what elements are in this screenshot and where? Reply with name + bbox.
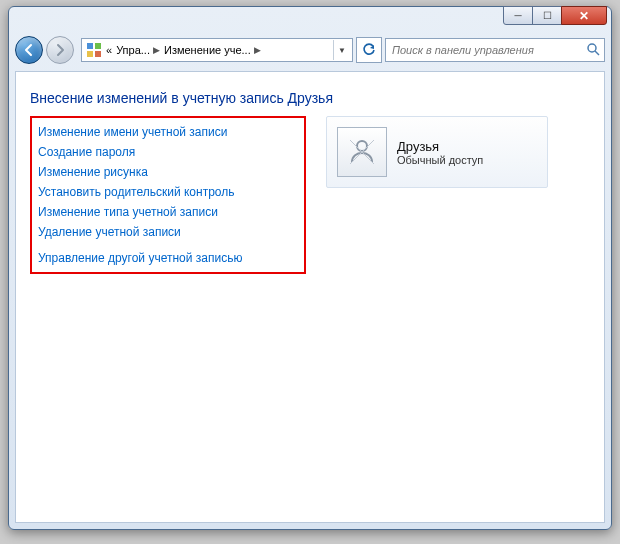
svg-point-6 bbox=[357, 141, 367, 151]
account-info: Друзья Обычный доступ bbox=[397, 139, 483, 166]
minimize-button[interactable]: ─ bbox=[503, 6, 533, 25]
arrow-right-icon bbox=[53, 43, 67, 57]
search-input[interactable] bbox=[390, 43, 586, 57]
close-button[interactable]: ✕ bbox=[561, 6, 607, 25]
link-change-picture[interactable]: Изменение рисунка bbox=[36, 162, 296, 182]
search-box[interactable] bbox=[385, 38, 605, 62]
address-bar[interactable]: « Упра... ▶ Изменение уче... ▶ ▼ bbox=[81, 38, 353, 62]
link-delete-account[interactable]: Удаление учетной записи bbox=[36, 222, 296, 242]
account-name: Друзья bbox=[397, 139, 483, 154]
link-manage-other-account[interactable]: Управление другой учетной записью bbox=[36, 248, 296, 268]
arrow-left-icon bbox=[22, 43, 36, 57]
svg-point-4 bbox=[588, 44, 596, 52]
address-dropdown-button[interactable]: ▼ bbox=[333, 40, 350, 60]
breadcrumb-item[interactable]: Упра... ▶ bbox=[116, 44, 160, 56]
content-area: Внесение изменений в учетную запись Друз… bbox=[15, 71, 605, 523]
breadcrumb-label: Изменение уче... bbox=[164, 44, 251, 56]
breadcrumb-label: Упра... bbox=[116, 44, 150, 56]
columns: Изменение имени учетной записи Создание … bbox=[16, 116, 604, 274]
account-card: Друзья Обычный доступ bbox=[326, 116, 548, 188]
window-controls: ─ ☐ ✕ bbox=[504, 6, 607, 25]
svg-rect-3 bbox=[95, 51, 101, 57]
chevron-right-icon: ▶ bbox=[254, 45, 261, 55]
titlebar: ─ ☐ ✕ bbox=[9, 7, 611, 35]
account-actions-list: Изменение имени учетной записи Создание … bbox=[30, 116, 306, 274]
link-change-type[interactable]: Изменение типа учетной записи bbox=[36, 202, 296, 222]
link-change-name[interactable]: Изменение имени учетной записи bbox=[36, 122, 296, 142]
svg-line-5 bbox=[595, 51, 599, 55]
breadcrumb-item[interactable]: Изменение уче... ▶ bbox=[164, 44, 261, 56]
link-parental-controls[interactable]: Установить родительский контроль bbox=[36, 182, 296, 202]
avatar bbox=[337, 127, 387, 177]
link-create-password[interactable]: Создание пароля bbox=[36, 142, 296, 162]
svg-rect-0 bbox=[87, 43, 93, 49]
navigation-row: « Упра... ▶ Изменение уче... ▶ ▼ bbox=[9, 35, 611, 69]
svg-rect-1 bbox=[95, 43, 101, 49]
search-icon[interactable] bbox=[586, 42, 600, 59]
control-panel-icon bbox=[86, 42, 102, 58]
forward-button[interactable] bbox=[46, 36, 74, 64]
breadcrumb-sep: « bbox=[106, 44, 112, 56]
account-type: Обычный доступ bbox=[397, 154, 483, 166]
refresh-button[interactable] bbox=[356, 37, 382, 63]
refresh-icon bbox=[362, 43, 376, 57]
svg-rect-2 bbox=[87, 51, 93, 57]
page-title: Внесение изменений в учетную запись Друз… bbox=[16, 72, 604, 116]
window-frame: ─ ☐ ✕ « Упра... ▶ Изменение уче... ▶ ▼ bbox=[8, 6, 612, 530]
maximize-button[interactable]: ☐ bbox=[532, 6, 562, 25]
chevron-right-icon: ▶ bbox=[153, 45, 160, 55]
back-button[interactable] bbox=[15, 36, 43, 64]
user-placeholder-icon bbox=[344, 134, 380, 170]
